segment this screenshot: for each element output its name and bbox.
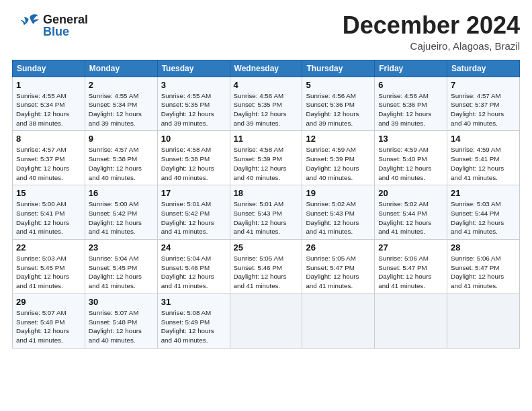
header-row: Sunday Monday Tuesday Wednesday Thursday… [13,60,520,77]
day-number: 19 [306,188,371,198]
calendar-cell: 20Sunrise: 5:02 AM Sunset: 5:44 PM Dayli… [375,185,447,240]
calendar-cell: 17Sunrise: 5:01 AM Sunset: 5:42 PM Dayli… [157,185,230,240]
day-number: 28 [451,242,516,253]
title-block: December 2024 Cajueiro, Alagoas, Brazil [343,12,520,52]
calendar-cell: 1Sunrise: 4:55 AM Sunset: 5:34 PM Daylig… [13,77,85,131]
calendar-cell [375,293,447,348]
col-thursday: Thursday [302,60,375,77]
day-info: Sunrise: 5:07 AM Sunset: 5:48 PM Dayligh… [89,308,154,345]
col-friday: Friday [375,60,447,77]
calendar-header: Sunday Monday Tuesday Wednesday Thursday… [13,60,520,77]
day-number: 17 [161,188,226,198]
calendar-cell: 10Sunrise: 4:58 AM Sunset: 5:38 PM Dayli… [157,131,230,185]
day-number: 18 [234,188,299,198]
day-number: 27 [378,242,443,253]
calendar-cell: 22Sunrise: 5:03 AM Sunset: 5:45 PM Dayli… [13,240,85,294]
logo-icon [12,12,42,39]
day-number: 5 [306,80,371,90]
day-info: Sunrise: 5:07 AM Sunset: 5:48 PM Dayligh… [16,308,81,345]
day-number: 13 [378,134,443,144]
day-info: Sunrise: 4:55 AM Sunset: 5:34 PM Dayligh… [89,91,154,128]
day-number: 4 [234,80,299,90]
calendar-cell: 5Sunrise: 4:56 AM Sunset: 5:36 PM Daylig… [302,77,375,131]
month-title: December 2024 [343,12,520,39]
calendar-cell: 30Sunrise: 5:07 AM Sunset: 5:48 PM Dayli… [85,293,157,348]
day-info: Sunrise: 5:02 AM Sunset: 5:44 PM Dayligh… [378,199,443,236]
logo-text: General Blue [43,13,88,38]
calendar-cell: 12Sunrise: 4:59 AM Sunset: 5:39 PM Dayli… [302,131,375,185]
calendar-cell: 23Sunrise: 5:04 AM Sunset: 5:45 PM Dayli… [85,240,157,294]
calendar-cell: 28Sunrise: 5:06 AM Sunset: 5:47 PM Dayli… [447,240,520,294]
calendar-cell: 3Sunrise: 4:55 AM Sunset: 5:35 PM Daylig… [157,77,230,131]
day-number: 29 [16,297,81,307]
day-number: 20 [378,188,443,198]
calendar-body: 1Sunrise: 4:55 AM Sunset: 5:34 PM Daylig… [13,77,520,348]
day-info: Sunrise: 4:59 AM Sunset: 5:40 PM Dayligh… [378,145,443,182]
calendar-cell: 4Sunrise: 4:56 AM Sunset: 5:35 PM Daylig… [230,77,302,131]
day-number: 31 [161,297,226,307]
calendar-row: 29Sunrise: 5:07 AM Sunset: 5:48 PM Dayli… [13,293,520,348]
calendar-cell: 6Sunrise: 4:56 AM Sunset: 5:36 PM Daylig… [375,77,447,131]
day-info: Sunrise: 4:55 AM Sunset: 5:35 PM Dayligh… [161,91,226,128]
page-container: General Blue December 2024 Cajueiro, Ala… [0,0,532,355]
calendar-cell: 9Sunrise: 4:57 AM Sunset: 5:38 PM Daylig… [85,131,157,185]
day-info: Sunrise: 5:06 AM Sunset: 5:47 PM Dayligh… [451,254,516,291]
calendar-cell: 2Sunrise: 4:55 AM Sunset: 5:34 PM Daylig… [85,77,157,131]
header: General Blue December 2024 Cajueiro, Ala… [12,12,520,52]
calendar-cell: 14Sunrise: 4:59 AM Sunset: 5:41 PM Dayli… [447,131,520,185]
day-info: Sunrise: 5:05 AM Sunset: 5:47 PM Dayligh… [306,254,371,291]
day-info: Sunrise: 5:03 AM Sunset: 5:44 PM Dayligh… [451,199,516,236]
day-number: 23 [89,242,154,253]
day-info: Sunrise: 4:58 AM Sunset: 5:39 PM Dayligh… [234,145,299,182]
day-number: 21 [451,188,516,198]
calendar-cell [230,293,302,348]
day-info: Sunrise: 5:02 AM Sunset: 5:43 PM Dayligh… [306,199,371,236]
calendar-cell: 7Sunrise: 4:57 AM Sunset: 5:37 PM Daylig… [447,77,520,131]
day-info: Sunrise: 5:01 AM Sunset: 5:43 PM Dayligh… [234,199,299,236]
day-info: Sunrise: 4:55 AM Sunset: 5:34 PM Dayligh… [16,91,81,128]
day-number: 9 [89,134,154,144]
day-number: 12 [306,134,371,144]
col-sunday: Sunday [13,60,85,77]
calendar-row: 15Sunrise: 5:00 AM Sunset: 5:41 PM Dayli… [13,185,520,240]
day-number: 30 [89,297,154,307]
col-monday: Monday [85,60,157,77]
calendar-cell: 8Sunrise: 4:57 AM Sunset: 5:37 PM Daylig… [13,131,85,185]
day-number: 6 [378,80,443,90]
calendar-table: Sunday Monday Tuesday Wednesday Thursday… [12,60,520,349]
col-wednesday: Wednesday [230,60,302,77]
calendar-cell: 29Sunrise: 5:07 AM Sunset: 5:48 PM Dayli… [13,293,85,348]
day-info: Sunrise: 4:56 AM Sunset: 5:36 PM Dayligh… [378,91,443,128]
day-number: 7 [451,80,516,90]
calendar-row: 8Sunrise: 4:57 AM Sunset: 5:37 PM Daylig… [13,131,520,185]
day-info: Sunrise: 5:06 AM Sunset: 5:47 PM Dayligh… [378,254,443,291]
col-tuesday: Tuesday [157,60,230,77]
calendar-cell: 19Sunrise: 5:02 AM Sunset: 5:43 PM Dayli… [302,185,375,240]
day-info: Sunrise: 5:04 AM Sunset: 5:46 PM Dayligh… [161,254,226,291]
day-info: Sunrise: 4:59 AM Sunset: 5:39 PM Dayligh… [306,145,371,182]
day-number: 1 [16,80,81,90]
day-info: Sunrise: 4:56 AM Sunset: 5:36 PM Dayligh… [306,91,371,128]
calendar-cell: 26Sunrise: 5:05 AM Sunset: 5:47 PM Dayli… [302,240,375,294]
col-saturday: Saturday [447,60,520,77]
calendar-cell: 31Sunrise: 5:08 AM Sunset: 5:49 PM Dayli… [157,293,230,348]
day-info: Sunrise: 5:00 AM Sunset: 5:42 PM Dayligh… [89,199,154,236]
day-info: Sunrise: 4:57 AM Sunset: 5:38 PM Dayligh… [89,145,154,182]
day-info: Sunrise: 4:59 AM Sunset: 5:41 PM Dayligh… [451,145,516,182]
day-number: 3 [161,80,226,90]
day-number: 26 [306,242,371,253]
calendar-cell: 25Sunrise: 5:05 AM Sunset: 5:46 PM Dayli… [230,240,302,294]
day-info: Sunrise: 4:57 AM Sunset: 5:37 PM Dayligh… [451,91,516,128]
calendar-cell [447,293,520,348]
calendar-row: 1Sunrise: 4:55 AM Sunset: 5:34 PM Daylig… [13,77,520,131]
day-info: Sunrise: 4:56 AM Sunset: 5:35 PM Dayligh… [234,91,299,128]
calendar-cell: 11Sunrise: 4:58 AM Sunset: 5:39 PM Dayli… [230,131,302,185]
day-number: 22 [16,242,81,253]
day-number: 10 [161,134,226,144]
calendar-cell: 15Sunrise: 5:00 AM Sunset: 5:41 PM Dayli… [13,185,85,240]
location-subtitle: Cajueiro, Alagoas, Brazil [343,40,520,52]
day-info: Sunrise: 5:08 AM Sunset: 5:49 PM Dayligh… [161,308,226,345]
day-number: 2 [89,80,154,90]
day-info: Sunrise: 4:57 AM Sunset: 5:37 PM Dayligh… [16,145,81,182]
calendar-cell: 24Sunrise: 5:04 AM Sunset: 5:46 PM Dayli… [157,240,230,294]
